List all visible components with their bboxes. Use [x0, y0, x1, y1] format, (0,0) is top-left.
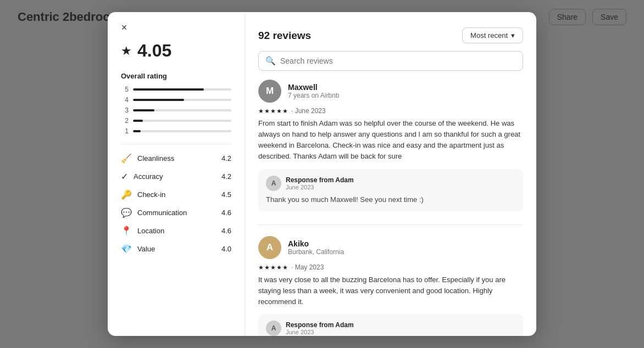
bar-track	[133, 88, 231, 91]
response-meta: Response from Adam June 2023	[286, 321, 515, 335]
rating-bar-row: 3	[121, 106, 231, 114]
review-meta: ★★★★★ · May 2023	[258, 263, 523, 271]
bar-track	[133, 99, 231, 101]
bar-track	[133, 109, 231, 111]
bar-label: 4	[121, 96, 129, 104]
review-date: · May 2023	[291, 263, 324, 271]
left-panel: ★ 4.05 Overall rating 5 4 3 2 1	[108, 12, 245, 336]
reviewer-header: M Maxwell 7 years on Airbnb	[258, 80, 523, 103]
response-from: Response from Adam	[286, 176, 515, 184]
bar-track	[133, 120, 231, 122]
divider	[121, 144, 231, 144]
rating-bar-row: 1	[121, 127, 231, 135]
category-score: 4.2	[221, 172, 231, 181]
category-name: Check-in	[137, 190, 165, 199]
star: ★	[282, 108, 288, 115]
response-header: A Response from Adam June 2023	[266, 321, 515, 336]
reviewer-info: Akiko Burbank, California	[288, 239, 523, 256]
bar-label: 3	[121, 106, 129, 114]
reviewer-info: Maxwell 7 years on Airbnb	[288, 83, 523, 99]
reviewer-header: A Akiko Burbank, California	[258, 236, 523, 259]
response-header: A Response from Adam June 2023	[266, 176, 515, 191]
response-avatar: A	[266, 321, 281, 336]
star: ★	[270, 108, 276, 115]
big-star-icon: ★	[121, 44, 132, 58]
category-name: Cleanliness	[137, 154, 174, 162]
star: ★	[276, 264, 282, 271]
star: ★	[258, 264, 264, 271]
reviewer-sub: Burbank, California	[288, 248, 523, 256]
bar-fill	[133, 120, 143, 122]
category-icon: 🔑	[121, 189, 132, 200]
reviewer-avatar: A	[258, 236, 281, 259]
modal-close-button[interactable]: ×	[116, 20, 132, 35]
sort-label: Most recent	[470, 31, 508, 40]
category-left: 📍 Location	[121, 226, 164, 236]
stars-row: ★★★★★	[258, 108, 288, 115]
reviews-list: M Maxwell 7 years on Airbnb ★★★★★ · June…	[258, 80, 523, 336]
response-from: Response from Adam	[286, 321, 515, 329]
bar-track	[133, 130, 231, 132]
category-left: 🧹 Cleanliness	[121, 153, 174, 164]
category-row: 💎 Value 4.0	[121, 244, 231, 254]
categories-container: 🧹 Cleanliness 4.2 ✓ Accuracy 4.2 🔑 Check…	[121, 153, 231, 254]
review-text: From start to finish Adam was so helpful…	[258, 118, 523, 162]
category-name: Value	[137, 245, 155, 253]
overall-label: Overall rating	[121, 72, 231, 80]
search-box: 🔍	[258, 51, 523, 71]
response-avatar: A	[266, 176, 281, 191]
review-date: · June 2023	[291, 107, 326, 115]
right-panel: 92 reviews Most recent ▾ 🔍 M Maxwell 7 y…	[245, 12, 536, 336]
response-date: June 2023	[286, 329, 515, 335]
response-date: June 2023	[286, 184, 515, 190]
category-left: 🔑 Check-in	[121, 189, 165, 200]
bar-label: 2	[121, 117, 129, 125]
response-text: Thank you so much Maxwell! See you next …	[266, 194, 515, 205]
bar-label: 5	[121, 86, 129, 93]
category-name: Communication	[137, 209, 187, 217]
search-input[interactable]	[280, 57, 516, 65]
star: ★	[258, 108, 264, 115]
overall-rating: ★ 4.05	[121, 41, 231, 61]
sort-button[interactable]: Most recent ▾	[462, 27, 523, 43]
star: ★	[264, 108, 270, 115]
reviewer-avatar: M	[258, 80, 281, 103]
category-icon: 💬	[121, 207, 132, 218]
category-row: ✓ Accuracy 4.2	[121, 171, 231, 182]
category-score: 4.5	[221, 190, 231, 199]
star: ★	[270, 264, 276, 271]
review-item: A Akiko Burbank, California ★★★★★ · May …	[258, 236, 523, 336]
rating-number: 4.05	[137, 41, 171, 61]
category-score: 4.6	[221, 227, 231, 235]
star: ★	[276, 108, 282, 115]
bar-fill	[133, 130, 141, 132]
review-item: M Maxwell 7 years on Airbnb ★★★★★ · June…	[258, 80, 523, 225]
category-icon: ✓	[121, 171, 128, 182]
rating-bar-row: 4	[121, 96, 231, 104]
search-icon: 🔍	[265, 56, 276, 66]
category-icon: 📍	[121, 226, 132, 236]
category-name: Accuracy	[134, 172, 163, 181]
category-left: 💬 Communication	[121, 207, 187, 218]
reviews-count-title: 92 reviews	[258, 30, 311, 42]
rating-bar-row: 2	[121, 117, 231, 125]
rating-bar-row: 5	[121, 86, 231, 93]
star: ★	[264, 264, 270, 271]
bar-fill	[133, 88, 204, 91]
response-block: A Response from Adam June 2023 Thank you…	[258, 169, 523, 212]
rating-bars: 5 4 3 2 1	[121, 86, 231, 135]
category-icon: 💎	[121, 244, 132, 254]
bar-fill	[133, 99, 184, 101]
category-score: 4.6	[221, 209, 231, 217]
category-row: 🔑 Check-in 4.5	[121, 189, 231, 200]
modal-body: ★ 4.05 Overall rating 5 4 3 2 1	[108, 12, 536, 336]
stars-row: ★★★★★	[258, 264, 288, 271]
category-icon: 🧹	[121, 153, 132, 164]
bar-label: 1	[121, 127, 129, 135]
category-left: ✓ Accuracy	[121, 171, 163, 182]
category-score: 4.2	[221, 154, 231, 162]
category-row: 🧹 Cleanliness 4.2	[121, 153, 231, 164]
response-block: A Response from Adam June 2023 I appreci…	[258, 314, 523, 336]
category-left: 💎 Value	[121, 244, 155, 254]
category-score: 4.0	[221, 245, 231, 253]
